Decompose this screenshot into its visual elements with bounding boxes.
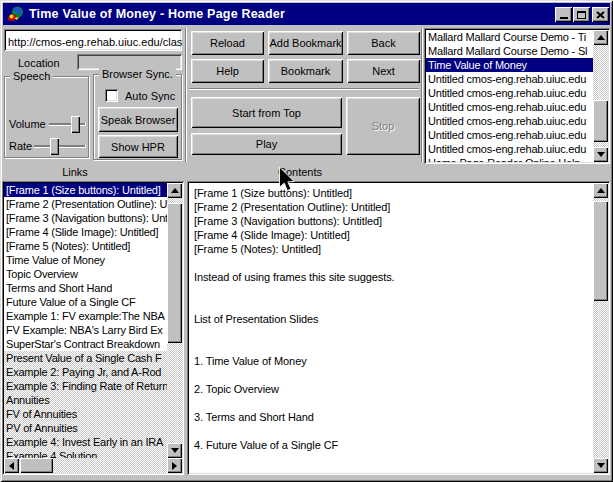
- maximize-button[interactable]: [573, 7, 590, 22]
- list-item[interactable]: Untitled cmos-eng.rehab.uiuc.edu: [426, 86, 593, 100]
- scroll-right-button[interactable]: [167, 458, 182, 473]
- scroll-up-button[interactable]: [167, 183, 182, 198]
- content-line: [Frame 4 (Slide Image): Untitled]: [194, 228, 573, 242]
- list-item[interactable]: Mallard Mallard Course Demo - Sl: [426, 44, 593, 58]
- scroll-track[interactable]: [19, 458, 167, 473]
- help-button[interactable]: Help: [191, 59, 264, 83]
- auto-sync-label: Auto Sync: [125, 90, 175, 102]
- list-item[interactable]: Present Value of a Single Cash F: [4, 351, 167, 365]
- rate-label: Rate: [9, 140, 32, 152]
- arrow-up-icon: [597, 35, 605, 40]
- scroll-thumb[interactable]: [167, 203, 182, 343]
- links-list-items: [Frame 1 (Size buttons): Untitled][Frame…: [4, 183, 167, 458]
- add-bookmark-button[interactable]: Add Bookmark: [268, 31, 343, 55]
- scroll-down-button[interactable]: [593, 458, 608, 473]
- scroll-track[interactable]: [593, 45, 608, 147]
- list-item[interactable]: Example 4 Solution: [4, 449, 167, 458]
- list-item[interactable]: FV Example: NBA's Larry Bird Ex: [4, 323, 167, 337]
- app-icon: [7, 6, 24, 22]
- list-item[interactable]: Example 2: Paying Jr, and A-Rod: [4, 365, 167, 379]
- arrow-up-icon: [597, 188, 605, 193]
- list-item[interactable]: Annuities: [4, 393, 167, 407]
- contents-lines: [Frame 1 (Size buttons): Untitled][Frame…: [194, 186, 573, 471]
- mouse-cursor-icon: [278, 167, 296, 194]
- bookmark-button[interactable]: Bookmark: [268, 59, 343, 83]
- reload-button[interactable]: Reload: [191, 31, 264, 55]
- minimize-button[interactable]: [555, 7, 572, 22]
- list-item[interactable]: Example 4: Invest Early in an IRA: [4, 435, 167, 449]
- list-item[interactable]: Example 3: Finding Rate of Return: [4, 379, 167, 393]
- scroll-track[interactable]: [167, 198, 182, 443]
- back-button[interactable]: Back: [347, 31, 420, 55]
- list-item[interactable]: Terms and Short Hand: [4, 281, 167, 295]
- content-line: [194, 326, 573, 340]
- list-item[interactable]: Time Value of Money: [426, 58, 593, 72]
- scroll-thumb[interactable]: [20, 458, 53, 473]
- maximize-icon: [577, 11, 586, 19]
- contents-scrollbar[interactable]: [593, 183, 608, 473]
- list-item[interactable]: [Frame 4 (Slide Image): Untitled]: [4, 225, 167, 239]
- start-from-top-button[interactable]: Start from Top: [191, 97, 342, 128]
- close-button[interactable]: [592, 7, 609, 22]
- list-item[interactable]: Example 1: FV example:The NBA: [4, 309, 167, 323]
- list-item[interactable]: Untitled cmos-eng.rehab.uiuc.edu: [426, 72, 593, 86]
- scroll-track[interactable]: [593, 198, 608, 458]
- volume-label: Volume: [9, 118, 46, 130]
- history-list: Mallard Mallard Course Demo - TiMallard …: [426, 30, 593, 162]
- content-line: [194, 284, 573, 298]
- stop-button: Stop: [346, 97, 420, 155]
- list-item[interactable]: [Frame 3 (Navigation buttons): Untitled]: [4, 211, 167, 225]
- content-line: List of Presentation Slides: [194, 312, 573, 326]
- list-item[interactable]: FV of Annuities: [4, 407, 167, 421]
- list-item[interactable]: Untitled cmos-eng.rehab.uiuc.edu: [426, 100, 593, 114]
- content-line: [194, 424, 573, 438]
- window-title: Time Value of Money - Home Page Reader: [29, 7, 285, 21]
- arrow-left-icon: [9, 462, 14, 470]
- arrow-down-icon: [171, 448, 179, 453]
- location-label: Location: [18, 57, 60, 69]
- contents-text-area[interactable]: [Frame 1 (Size buttons): Untitled][Frame…: [189, 183, 593, 473]
- scroll-thumb[interactable]: [593, 100, 608, 142]
- content-line: [194, 298, 573, 312]
- list-item[interactable]: Topic Overview: [4, 267, 167, 281]
- scroll-up-button[interactable]: [593, 30, 608, 45]
- scroll-left-button[interactable]: [4, 458, 19, 473]
- list-item[interactable]: Mallard Mallard Course Demo - Ti: [426, 30, 593, 44]
- show-hpr-button[interactable]: Show HPR: [98, 135, 178, 158]
- volume-slider-thumb[interactable]: [71, 116, 80, 133]
- list-item[interactable]: Time Value of Money: [4, 253, 167, 267]
- content-line: Instead of using frames this site sugges…: [194, 270, 573, 284]
- url-input[interactable]: [4, 29, 182, 51]
- list-item[interactable]: [Frame 5 (Notes): Untitled]: [4, 239, 167, 253]
- list-item[interactable]: Untitled cmos-eng.rehab.uiuc.edu: [426, 128, 593, 142]
- links-list: [Frame 1 (Size buttons): Untitled][Frame…: [4, 183, 167, 458]
- list-item[interactable]: PV of Annuities: [4, 421, 167, 435]
- content-line: 4. Future Value of a Single CF: [194, 438, 573, 452]
- speak-browser-button[interactable]: Speak Browser: [98, 107, 178, 132]
- list-item[interactable]: Future Value of a Single CF: [4, 295, 167, 309]
- list-item[interactable]: Home Page Reader Online Help: [426, 156, 593, 162]
- titlebar[interactable]: Time Value of Money - Home Page Reader: [3, 3, 610, 25]
- scroll-down-button[interactable]: [167, 443, 182, 458]
- scroll-thumb[interactable]: [593, 201, 608, 301]
- speech-group-label: Speech: [10, 70, 53, 82]
- app-window: Time Value of Money - Home Page Reader L…: [0, 0, 613, 482]
- browser-sync-group: Browser Sync. Auto Sync Speak Browser Sh…: [93, 74, 182, 160]
- list-item[interactable]: Untitled cmos-eng.rehab.uiuc.edu: [426, 142, 593, 156]
- list-item[interactable]: [Frame 1 (Size buttons): Untitled]: [4, 183, 167, 197]
- list-item[interactable]: [Frame 2 (Presentation Outline): Untitle…: [4, 197, 167, 211]
- content-line: [194, 340, 573, 354]
- list-item[interactable]: Untitled cmos-eng.rehab.uiuc.edu: [426, 114, 593, 128]
- play-button[interactable]: Play: [191, 133, 342, 155]
- rate-slider-thumb[interactable]: [50, 138, 59, 155]
- next-button[interactable]: Next: [347, 59, 420, 83]
- content-line: [Frame 2 (Presentation Outline): Untitle…: [194, 200, 573, 214]
- links-horizontal-scrollbar[interactable]: [4, 458, 182, 473]
- history-scrollbar[interactable]: [593, 30, 608, 162]
- list-item[interactable]: SuperStar's Contract Breakdown: [4, 337, 167, 351]
- scroll-up-button[interactable]: [593, 183, 608, 198]
- content-line: [Frame 5 (Notes): Untitled]: [194, 242, 573, 256]
- links-vertical-scrollbar[interactable]: [167, 183, 182, 458]
- auto-sync-checkbox[interactable]: [105, 89, 118, 102]
- scroll-down-button[interactable]: [593, 147, 608, 162]
